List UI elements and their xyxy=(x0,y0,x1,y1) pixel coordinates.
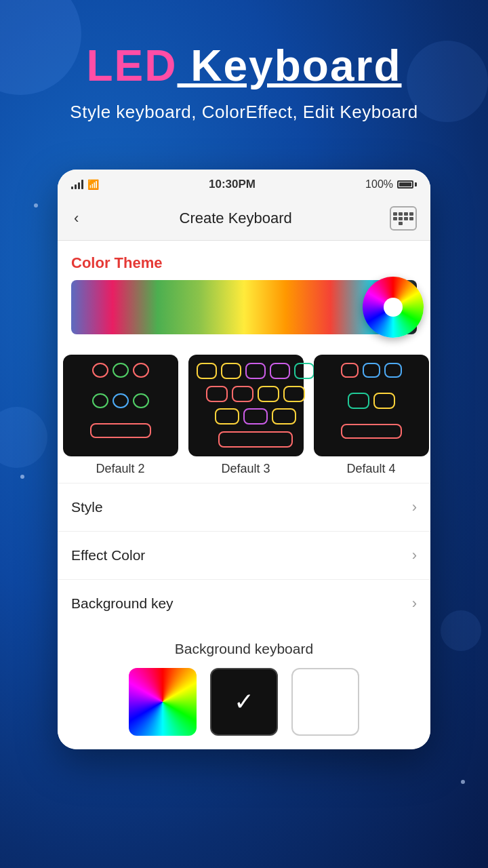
bg-option-white[interactable] xyxy=(291,668,359,736)
bg-option-rainbow[interactable] xyxy=(129,668,197,736)
keyboard-text: Keyboard xyxy=(178,41,402,90)
preview-key xyxy=(243,408,268,425)
dot-1 xyxy=(34,203,38,208)
preview-key xyxy=(232,386,253,402)
back-button[interactable]: ‹ xyxy=(71,207,81,230)
preview-key xyxy=(384,363,402,378)
preview-name-2: Default 3 xyxy=(221,462,270,476)
preview-item-default3[interactable]: Default 3 xyxy=(183,355,308,476)
style-chevron-icon: › xyxy=(412,498,417,516)
signal-bar-2 xyxy=(75,184,77,189)
preview-key xyxy=(272,408,296,425)
signal-bar-4 xyxy=(81,180,83,189)
battery-tip xyxy=(415,182,417,186)
effect-color-chevron-icon: › xyxy=(412,547,417,564)
battery-icon xyxy=(397,180,417,189)
preview-name-1: Default 2 xyxy=(96,462,144,476)
preview-name-3: Default 4 xyxy=(346,462,395,476)
bg-option-black[interactable]: ✓ xyxy=(210,668,278,736)
style-menu-item[interactable]: Style › xyxy=(58,483,430,531)
dot-3 xyxy=(20,475,24,479)
status-left: 📶 xyxy=(71,179,99,190)
keyboard-icon-button[interactable] xyxy=(390,206,417,231)
battery-percent: 100% xyxy=(365,178,393,191)
preview-key xyxy=(341,363,359,378)
preview-key xyxy=(92,393,108,408)
background-keyboard-section: Background keyboard ✓ xyxy=(58,627,430,749)
style-label: Style xyxy=(71,499,103,515)
preview-key xyxy=(363,363,380,378)
effect-color-menu-item[interactable]: Effect Color › xyxy=(58,531,430,579)
effect-color-label: Effect Color xyxy=(71,547,145,564)
top-bar: ‹ Create Keyboard xyxy=(58,197,430,241)
status-bar: 📶 10:30PM 100% xyxy=(58,170,430,197)
color-wheel-center xyxy=(384,298,403,317)
color-theme-label: Color Theme xyxy=(71,254,417,272)
preview-item-default4[interactable]: Default 4 xyxy=(308,355,430,476)
preview-key xyxy=(113,363,129,378)
preview-key xyxy=(373,393,395,409)
preview-key xyxy=(215,408,239,425)
led-text: LED xyxy=(87,41,178,90)
background-key-label: Background key xyxy=(71,595,174,612)
preview-item-default2[interactable]: Default 2 xyxy=(58,355,183,476)
bg-decoration-3 xyxy=(0,407,47,468)
preview-key xyxy=(245,363,266,379)
status-time: 10:30PM xyxy=(209,178,256,191)
preview-key xyxy=(348,393,369,409)
preview-key xyxy=(221,363,241,379)
preview-space-key xyxy=(218,431,293,448)
page-title: Create Keyboard xyxy=(180,210,292,227)
preview-key xyxy=(92,363,108,378)
keyboard-previews: Default 2 xyxy=(58,348,430,483)
signal-bars xyxy=(71,180,83,189)
preview-space-key xyxy=(90,423,151,438)
preview-key xyxy=(283,386,305,402)
preview-key xyxy=(133,363,149,378)
keyboard-grid-icon xyxy=(393,212,413,225)
status-right: 100% xyxy=(365,178,417,191)
preview-key xyxy=(197,363,217,379)
battery-body xyxy=(397,180,413,189)
checkmark-icon: ✓ xyxy=(234,688,254,716)
preview-key xyxy=(258,386,279,402)
background-key-menu-item[interactable]: Background key › xyxy=(58,579,430,627)
preview-key xyxy=(206,386,228,402)
color-strip-container xyxy=(71,280,417,334)
bg-options: ✓ xyxy=(71,668,417,736)
signal-bar-1 xyxy=(71,186,73,189)
phone-mockup: 📶 10:30PM 100% ‹ Create Keyboard xyxy=(58,170,430,749)
content-area: Color Theme xyxy=(58,241,430,749)
app-title: LED Keyboard xyxy=(20,41,468,91)
dot-4 xyxy=(461,780,465,784)
bg-decoration-4 xyxy=(441,610,481,651)
preview-keyboard-3 xyxy=(314,355,429,456)
wifi-icon: 📶 xyxy=(87,179,99,190)
preview-key xyxy=(270,363,290,379)
signal-bar-3 xyxy=(78,182,80,189)
color-wheel[interactable] xyxy=(363,277,424,338)
preview-space-key xyxy=(341,424,402,439)
subtitle: Style keyboard, ColorEffect, Edit Keyboa… xyxy=(20,102,468,123)
background-key-chevron-icon: › xyxy=(412,595,417,612)
preview-keyboard-1 xyxy=(63,355,178,456)
bg-decoration-2 xyxy=(407,41,488,122)
background-keyboard-title: Background keyboard xyxy=(71,641,417,657)
preview-keyboard-2 xyxy=(188,355,304,456)
color-theme-section: Color Theme xyxy=(58,241,430,341)
battery-fill xyxy=(399,182,411,186)
preview-key xyxy=(113,393,129,408)
preview-key xyxy=(133,393,149,408)
